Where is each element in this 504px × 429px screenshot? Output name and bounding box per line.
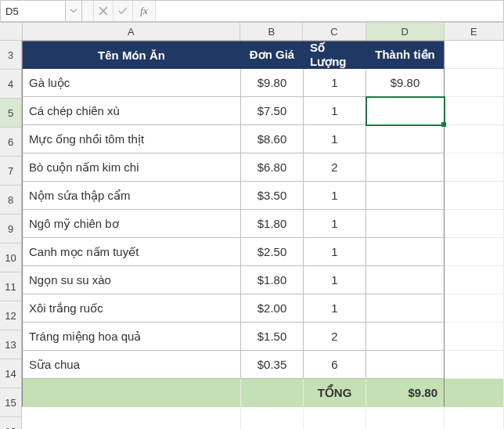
grid-row-14: Sữa chua$0.356: [22, 351, 504, 379]
cell-A11[interactable]: Ngọn su su xào: [22, 266, 241, 294]
cell-D14[interactable]: [366, 351, 445, 379]
grid-row-12: Xôi trắng ruốc$2.001: [22, 294, 504, 323]
cell-B15[interactable]: [241, 379, 304, 407]
row-header-4[interactable]: 4: [0, 70, 22, 99]
cell-B11[interactable]: $1.80: [241, 266, 304, 294]
cell-A16[interactable]: [22, 407, 241, 429]
cell-E14[interactable]: [445, 351, 504, 379]
cell-D15[interactable]: $9.80: [366, 379, 445, 407]
cell-D4[interactable]: $9.80: [366, 69, 445, 97]
cell-C16[interactable]: [304, 407, 366, 429]
row-header-9[interactable]: 9: [0, 214, 22, 243]
cell-E13[interactable]: [445, 323, 504, 351]
column-header-B[interactable]: B: [240, 23, 303, 40]
cell-E10[interactable]: [445, 238, 504, 266]
row-header-15[interactable]: 15: [0, 388, 22, 417]
cell-E6[interactable]: [445, 125, 504, 153]
cell-A15[interactable]: [22, 379, 241, 407]
name-box[interactable]: D5: [1, 1, 66, 21]
row-header-12[interactable]: 12: [0, 301, 22, 330]
name-box-dropdown[interactable]: [66, 1, 82, 21]
row-header-5[interactable]: 5: [0, 99, 22, 128]
row-header-13[interactable]: 13: [0, 330, 22, 359]
cell-B7[interactable]: $6.80: [241, 153, 304, 182]
cell-B3[interactable]: Đơn Giá: [241, 41, 304, 69]
cell-C8[interactable]: 1: [304, 182, 366, 210]
cell-A9[interactable]: Ngô mỹ chiên bơ: [22, 210, 241, 238]
cell-D5[interactable]: [366, 97, 445, 125]
cell-E3[interactable]: [445, 41, 504, 69]
cell-C4[interactable]: 1: [304, 69, 366, 97]
cell-E7[interactable]: [445, 153, 504, 182]
cell-C5[interactable]: 1: [304, 97, 366, 125]
row-header-6[interactable]: 6: [0, 128, 22, 157]
cell-A4[interactable]: Gà luộc: [22, 69, 241, 97]
x-icon: [99, 6, 108, 16]
cell-E5[interactable]: [445, 97, 504, 125]
cell-A14[interactable]: Sữa chua: [22, 351, 241, 379]
cell-D12[interactable]: [366, 294, 445, 323]
cell-C13[interactable]: 2: [304, 323, 366, 351]
cell-A6[interactable]: Mực ống nhồi tôm thịt: [22, 125, 241, 153]
cell-B13[interactable]: $1.50: [241, 323, 304, 351]
cell-C6[interactable]: 1: [304, 125, 366, 153]
cell-E15[interactable]: [445, 379, 504, 407]
cell-D7[interactable]: [366, 153, 445, 182]
cancel-formula-button[interactable]: [94, 1, 113, 21]
row-header-7[interactable]: 7: [0, 157, 22, 186]
cell-D6[interactable]: [366, 125, 445, 153]
cell-C12[interactable]: 1: [304, 294, 366, 323]
cell-B16[interactable]: [241, 407, 304, 429]
cell-A10[interactable]: Canh mọc nấm tuyết: [22, 238, 241, 266]
cell-B10[interactable]: $2.50: [241, 238, 304, 266]
row-header-3[interactable]: 3: [0, 41, 22, 70]
cell-D13[interactable]: [366, 323, 445, 351]
cell-C15[interactable]: TỔNG: [304, 379, 366, 407]
formula-input[interactable]: [156, 1, 503, 21]
cell-D11[interactable]: [366, 266, 445, 294]
cell-E16[interactable]: [445, 407, 504, 429]
column-header-C[interactable]: C: [303, 23, 365, 40]
column-header-E[interactable]: E: [445, 23, 504, 40]
cell-B14[interactable]: $0.35: [241, 351, 304, 379]
column-header-A[interactable]: A: [23, 23, 240, 40]
row-header-11[interactable]: 11: [0, 272, 22, 301]
cell-C7[interactable]: 2: [304, 153, 366, 182]
row-header-16[interactable]: 16: [0, 417, 22, 429]
insert-function-button[interactable]: fx: [133, 1, 156, 21]
cell-E4[interactable]: [445, 69, 504, 97]
cell-E11[interactable]: [445, 266, 504, 294]
cell-D8[interactable]: [366, 182, 445, 210]
row-header-14[interactable]: 14: [0, 359, 22, 388]
cell-D10[interactable]: [366, 238, 445, 266]
cell-C10[interactable]: 1: [304, 238, 366, 266]
cell-D3[interactable]: Thành tiền: [366, 41, 445, 69]
enter-formula-button[interactable]: [113, 1, 133, 21]
cell-C3[interactable]: Số Lượng: [304, 41, 366, 69]
cell-A8[interactable]: Nộm sứa thập cẩm: [22, 182, 241, 210]
cell-E8[interactable]: [445, 182, 504, 210]
cell-B9[interactable]: $1.80: [241, 210, 304, 238]
cell-C11[interactable]: 1: [304, 266, 366, 294]
row-header-10[interactable]: 10: [0, 243, 22, 272]
cell-A5[interactable]: Cá chép chiên xù: [22, 97, 241, 125]
cell-B5[interactable]: $7.50: [241, 97, 304, 125]
column-header-D[interactable]: D: [366, 23, 445, 40]
cell-C14[interactable]: 6: [304, 351, 366, 379]
cell-E12[interactable]: [445, 294, 504, 323]
cell-A3[interactable]: Tên Món Ăn: [22, 41, 241, 69]
cell-D16[interactable]: [366, 407, 445, 429]
cell-C9[interactable]: 1: [304, 210, 366, 238]
cell-E9[interactable]: [445, 210, 504, 238]
cell-A12[interactable]: Xôi trắng ruốc: [22, 294, 241, 323]
cell-B6[interactable]: $8.60: [241, 125, 304, 153]
cell-A13[interactable]: Tráng miệng hoa quả: [22, 323, 241, 351]
cell-B12[interactable]: $2.00: [241, 294, 304, 323]
select-all-corner[interactable]: [0, 23, 23, 40]
cell-D9[interactable]: [366, 210, 445, 238]
formula-bar: D5 fx: [0, 0, 504, 22]
row-header-8[interactable]: 8: [0, 186, 22, 214]
cell-A7[interactable]: Bò cuộn nấm kim chi: [22, 153, 241, 182]
cell-B8[interactable]: $3.50: [241, 182, 304, 210]
cell-B4[interactable]: $9.80: [241, 69, 304, 97]
